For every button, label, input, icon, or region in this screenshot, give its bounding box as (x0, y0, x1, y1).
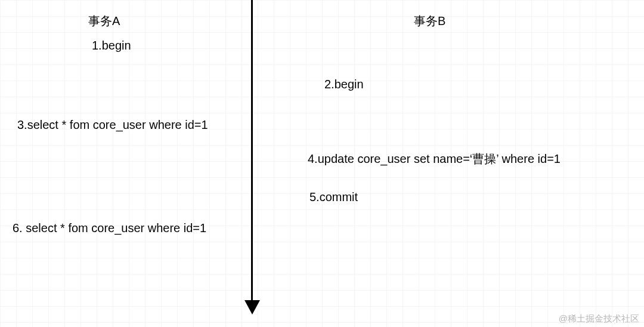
step-3: 3.select * fom core_user where id=1 (17, 118, 208, 132)
transaction-a-header: 事务A (88, 13, 120, 29)
timeline-arrow-head (244, 300, 260, 314)
watermark: @稀土掘金技术社区 (559, 313, 639, 325)
step-6: 6. select * fom core_user where id=1 (13, 221, 206, 235)
step-1: 1.begin (92, 39, 131, 53)
transaction-b-header: 事务B (414, 13, 445, 29)
timeline-arrow-line (251, 0, 253, 301)
step-4: 4.update core_user set name=‘曹操’ where i… (308, 151, 561, 167)
step-5: 5.commit (309, 190, 358, 204)
step-2: 2.begin (324, 78, 364, 91)
